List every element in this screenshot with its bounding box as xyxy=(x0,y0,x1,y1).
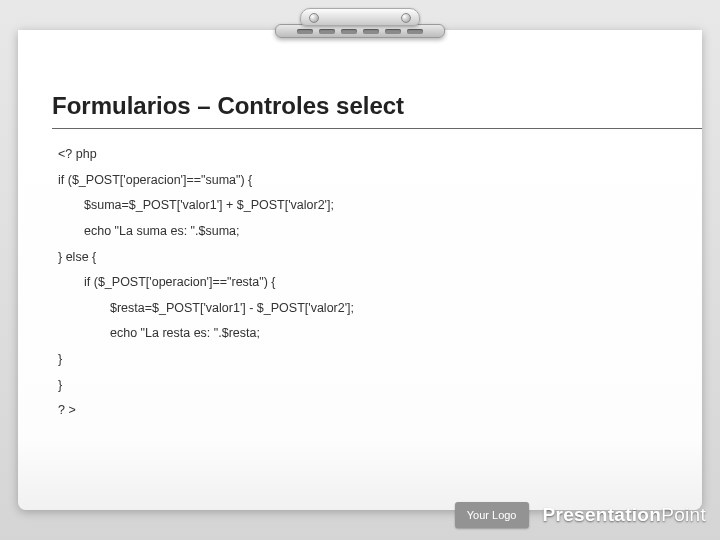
code-line: echo "La resta es: ".$resta; xyxy=(58,321,354,347)
code-line: } xyxy=(58,373,354,399)
code-line: ? > xyxy=(58,398,354,424)
slide-paper: Formularios – Controles select <? php if… xyxy=(18,30,702,510)
code-line: $resta=$_POST['valor1'] - $_POST['valor2… xyxy=(58,296,354,322)
code-line: if ($_POST['operacion']=="resta") { xyxy=(58,270,354,296)
brand-bold: Presentation xyxy=(543,504,662,525)
code-line: <? php xyxy=(58,142,354,168)
logo-placeholder: Your Logo xyxy=(455,502,529,528)
footer: Your Logo PresentationPoint xyxy=(455,502,706,528)
code-line: if ($_POST['operacion']=="suma") { xyxy=(58,168,354,194)
slide-title: Formularios – Controles select xyxy=(52,92,404,120)
code-line: } xyxy=(58,347,354,373)
code-line: } else { xyxy=(58,245,354,271)
binder-clip xyxy=(270,8,450,48)
brand-mark: PresentationPoint xyxy=(543,504,707,526)
code-line: $suma=$_POST['valor1'] + $_POST['valor2'… xyxy=(58,193,354,219)
code-block: <? php if ($_POST['operacion']=="suma") … xyxy=(58,142,354,424)
title-divider xyxy=(52,128,702,129)
brand-thin: Point xyxy=(661,504,706,525)
code-line: echo "La suma es: ".$suma; xyxy=(58,219,354,245)
